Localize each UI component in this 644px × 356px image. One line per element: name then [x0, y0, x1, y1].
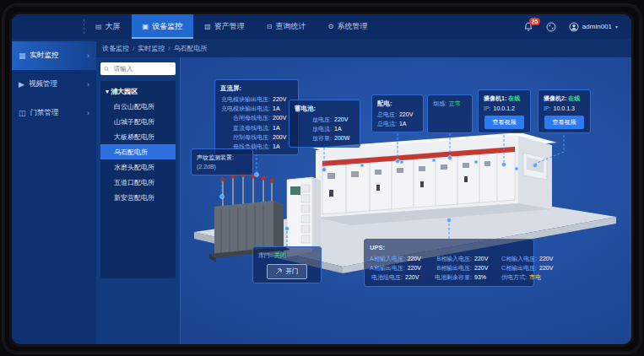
smoke-status: 正常: [449, 99, 469, 108]
metric-label: 控制母线电压:: [220, 132, 270, 142]
ip-value: 10.0.1.2: [494, 105, 515, 111]
statistics-icon: ⊟: [267, 23, 273, 30]
caret-down-icon: ▾: [106, 88, 109, 95]
search-input[interactable]: [112, 64, 172, 73]
sidebar-item-video-management[interactable]: ▶ 视频管理 ›: [12, 70, 96, 99]
sidebar-item-realtime-monitor[interactable]: ▦ 实时监控 ›: [12, 41, 96, 70]
tree-search-box: [100, 62, 176, 75]
sidebar-item-label: 实时监控: [30, 51, 59, 61]
tree-item-station[interactable]: 山城子配电所: [100, 114, 176, 129]
camera-name: 摄像机1:: [484, 95, 506, 101]
metric-value: 220V: [474, 254, 495, 263]
username: admin001: [582, 23, 612, 30]
view-video-button[interactable]: 查看视频: [544, 116, 583, 129]
metric-label: B相输出电压:: [432, 263, 472, 272]
monitor-grid-icon: ▦: [19, 51, 26, 60]
tab-label: 查询统计: [275, 21, 306, 32]
content-area: 设备监控 / 实时监控 / 乌石配电所: [96, 39, 631, 344]
camera1-callout: 摄像机1: 在线 IP:10.0.1.2 查看视频: [478, 89, 531, 133]
metric-value: 1A: [334, 124, 354, 133]
metric-value: 93%: [474, 272, 495, 282]
metric-value: 220V: [408, 254, 428, 263]
content-row: ▾ 浦大园区 白云山配电所 山城子配电所 大板桥配电所 乌石配电所 水磨头配电所…: [96, 57, 631, 344]
dc-panel-callout: 直流屏: 充电模块输出电压:220V 充电模块输出电流:1A 合闸母线电压:20…: [214, 79, 299, 155]
tree-root-label: 浦大园区: [111, 88, 138, 95]
notification-badge: 25: [529, 18, 540, 25]
sound-monitor-value: (2.2dB): [197, 162, 247, 171]
tab-label: 大屏: [106, 21, 121, 32]
station-3d-view: 直流屏: 充电模块输出电压:220V 充电模块输出电流:1A 合闸母线电压:20…: [181, 57, 631, 344]
logo-area: [12, 14, 84, 39]
tab-query-statistics[interactable]: ⊟ 查询统计: [256, 14, 317, 39]
notification-bell-button[interactable]: 25: [523, 22, 533, 32]
metric-label: 供电方式:: [501, 272, 527, 282]
open-door-icon: [275, 268, 282, 275]
breadcrumb-item-current: 乌石配电所: [173, 44, 207, 53]
metric-label: 放电压:: [295, 115, 332, 124]
metric-value: 220V: [539, 254, 560, 263]
tree-item-station[interactable]: 新安营配电所: [100, 190, 176, 205]
tab-device-monitor[interactable]: ▣ 设备监控: [132, 14, 194, 39]
fullscreen-icon: [546, 22, 556, 32]
tree-item-station[interactable]: 白云山配电所: [100, 99, 176, 114]
metric-label: 充电模块输出电压:: [220, 94, 270, 104]
metric-label: A相输入电压:: [370, 254, 405, 263]
distribution-callout: 配电: 总电压:220V 总电流:1A: [371, 94, 424, 132]
metric-value: 1A: [399, 119, 419, 128]
station-tree: ▾ 浦大园区 白云山配电所 山城子配电所 大板桥配电所 乌石配电所 水磨头配电所…: [100, 81, 176, 278]
metric-value: 220V: [474, 263, 495, 272]
asset-icon: ▧: [204, 23, 211, 30]
video-icon: ▶: [19, 80, 24, 89]
smoke-sensor-callout: 烟感: 正常: [427, 94, 473, 133]
tab-label: 设备监控: [152, 21, 182, 32]
gear-icon: ⚙: [327, 23, 333, 30]
distribution-title: 配电:: [377, 99, 418, 109]
user-avatar-icon: [569, 22, 579, 32]
camera-status: 在线: [568, 95, 580, 101]
camera2-callout: 摄像机2: 在线 IP:10.0.1.3 查看视频: [538, 89, 591, 133]
supply-mode-value: 市电: [529, 272, 549, 282]
tab-system-management[interactable]: ⚙ 系统管理: [317, 14, 378, 39]
metric-label: 充电模块输出电流:: [220, 104, 270, 113]
sidebar-item-access-control[interactable]: ◫ 门禁管理 ›: [12, 99, 96, 127]
tab-label: 资产管理: [214, 21, 245, 32]
top-nav-bar: ▤ 大屏 ▣ 设备监控 ▧ 资产管理 ⊟ 查询统计 ⚙ 系统管理: [12, 14, 631, 39]
battery-title: 蓄电池:: [295, 104, 354, 114]
user-menu[interactable]: admin001 ▾: [569, 22, 618, 32]
tree-item-station[interactable]: 大板桥配电所: [100, 129, 176, 144]
tree-item-station-selected[interactable]: 乌石配电所: [100, 144, 176, 159]
breadcrumb-item[interactable]: 设备监控: [102, 44, 129, 53]
metric-label: C相输出电压:: [501, 263, 537, 272]
tree-item-station[interactable]: 五道口配电所: [100, 175, 176, 190]
ip-value: 10.0.1.3: [554, 105, 575, 111]
metric-value: 220V: [408, 263, 428, 272]
ip-label: IP:: [544, 105, 551, 111]
camera-status: 在线: [508, 95, 520, 101]
sound-monitor-label: 声纹监测装置:: [197, 153, 247, 162]
open-door-label: 开门: [285, 267, 298, 276]
sidebar-item-label: 视频管理: [29, 79, 57, 89]
tree-item-station[interactable]: 水磨头配电所: [100, 159, 176, 175]
battery-callout: 蓄电池: 放电压:220V 放电流:1A 放容量:200W: [289, 100, 360, 148]
nav-tabs: ▤ 大屏 ▣ 设备监控 ▧ 资产管理 ⊟ 查询统计 ⚙ 系统管理: [84, 14, 379, 39]
chevron-right-icon: ›: [87, 109, 89, 117]
metric-label: B相输入电压:: [432, 254, 472, 263]
device-monitor-icon: ▣: [143, 23, 149, 30]
tab-asset-management[interactable]: ▧ 资产管理: [193, 14, 256, 39]
tab-dashboard[interactable]: ▤ 大屏: [84, 14, 132, 39]
metric-label: 电池剩余容量:: [432, 272, 472, 282]
search-icon: [104, 66, 110, 73]
metric-value: 220V: [405, 272, 425, 282]
tree-root-node[interactable]: ▾ 浦大园区: [100, 84, 176, 99]
door-icon: ◫: [19, 109, 26, 117]
app-body: ▦ 实时监控 › ▶ 视频管理 › ◫ 门禁管理 › 设备监控 / 实时监控 /: [12, 39, 631, 344]
metric-label: C相输入电压:: [501, 254, 537, 263]
primary-sidebar: ▦ 实时监控 › ▶ 视频管理 › ◫ 门禁管理 ›: [12, 39, 96, 344]
metric-label: A相输出电压:: [370, 263, 405, 272]
topbar-right: 25 admin001 ▾: [523, 14, 631, 39]
fullscreen-button[interactable]: [546, 22, 556, 32]
open-door-button[interactable]: 开门: [267, 264, 308, 279]
view-video-button[interactable]: 查看视频: [484, 116, 523, 129]
metric-label: 总电流:: [377, 119, 397, 128]
breadcrumb-item[interactable]: 实时监控: [138, 44, 165, 53]
